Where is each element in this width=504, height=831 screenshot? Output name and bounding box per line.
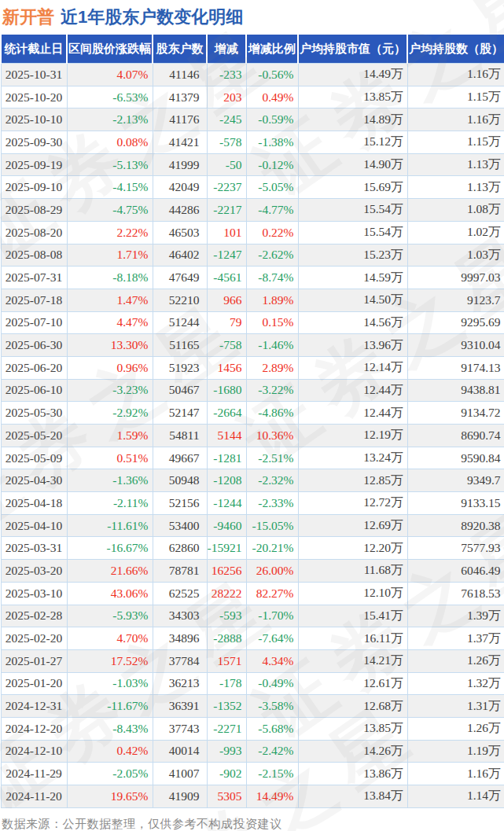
- table-row: 2025-07-31-8.18%47649-4561-8.74%14.59万99…: [1, 267, 504, 289]
- cell-avg-shares: 9134.72: [407, 402, 504, 425]
- cell-delta-pct: -7.64%: [246, 627, 298, 650]
- cell-delta: -178: [207, 672, 246, 695]
- cell-change-pct: -2.92%: [67, 402, 153, 425]
- cell-delta-pct: -2.62%: [246, 244, 298, 267]
- cell-date: 2025-01-27: [1, 649, 67, 672]
- cell-delta: -902: [207, 763, 246, 785]
- cell-holders: 37784: [153, 649, 207, 672]
- cell-change-pct: 4.70%: [67, 627, 153, 650]
- cell-holders: 46402: [153, 244, 207, 267]
- table-row: 2025-10-314.07%41146-233-0.56%14.49万1.16…: [1, 64, 504, 86]
- table-header: 统计截止日 区间股价涨跌幅 股东户数 增减 增减比例 户均持股市值（元） 户均持…: [1, 34, 504, 64]
- cell-date: 2025-09-30: [1, 131, 67, 154]
- cell-delta-pct: -0.59%: [246, 108, 298, 131]
- cell-avg-value: 12.19万: [298, 425, 407, 447]
- cell-avg-value: 11.68万: [298, 560, 407, 583]
- cell-delta-pct: -20.21%: [246, 537, 298, 560]
- cell-delta: -245: [207, 108, 246, 131]
- table-row: 2025-08-081.71%46402-1247-2.62%15.23万1.0…: [1, 244, 504, 267]
- cell-change-pct: 4.07%: [67, 64, 153, 86]
- cell-holders: 49667: [153, 447, 207, 469]
- cell-delta: -593: [207, 605, 246, 627]
- page-title-text: 近1年股东户数变化明细: [61, 7, 243, 27]
- cell-avg-shares: 1.02万: [407, 221, 504, 244]
- cell-change-pct: -4.15%: [67, 176, 153, 199]
- table-row: 2025-03-1043.06%625252822282.27%12.10万76…: [1, 582, 504, 605]
- cell-delta-pct: -4.77%: [246, 199, 298, 222]
- table-row: 2025-04-30-1.36%50948-1208-2.32%12.85万93…: [1, 469, 504, 492]
- cell-holders: 41379: [153, 86, 207, 108]
- cell-avg-shares: 6046.49: [407, 560, 504, 583]
- table-body: 2025-10-314.07%41146-233-0.56%14.49万1.16…: [1, 64, 504, 808]
- cell-delta: -993: [207, 740, 246, 763]
- cell-delta-pct: -2.15%: [246, 763, 298, 785]
- cell-holders: 51923: [153, 356, 207, 379]
- cell-avg-shares: 9310.04: [407, 334, 504, 357]
- cell-delta: -758: [207, 334, 246, 357]
- cell-delta: -1352: [207, 695, 246, 718]
- table-row: 2025-07-181.47%522109661.89%14.50万9123.7: [1, 289, 504, 311]
- cell-avg-shares: 1.13万: [407, 176, 504, 199]
- cell-avg-value: 12.61万: [298, 672, 407, 695]
- cell-holders: 52147: [153, 402, 207, 425]
- cell-delta-pct: -1.70%: [246, 605, 298, 627]
- cell-delta: -578: [207, 131, 246, 154]
- cell-holders: 41421: [153, 131, 207, 154]
- cell-delta-pct: 1.89%: [246, 289, 298, 311]
- cell-delta-pct: -1.46%: [246, 334, 298, 357]
- cell-delta: -233: [207, 64, 246, 86]
- table-row: 2025-02-204.70%34896-2888-7.64%16.11万1.3…: [1, 627, 504, 650]
- cell-delta-pct: 14.49%: [246, 785, 298, 808]
- cell-avg-value: 13.84万: [298, 785, 407, 808]
- table-row: 2025-09-10-4.15%42049-2237-5.05%15.69万1.…: [1, 176, 504, 199]
- cell-avg-shares: 9997.03: [407, 267, 504, 289]
- table-row: 2025-05-201.59%54811514410.36%12.19万8690…: [1, 425, 504, 447]
- data-source-note: 数据来源：公开数据整理，仅供参考不构成投资建议: [0, 817, 504, 831]
- cell-date: 2025-03-10: [1, 582, 67, 605]
- col-header-delta: 增减: [207, 34, 246, 64]
- cell-holders: 36391: [153, 695, 207, 718]
- col-header-date: 统计截止日: [1, 34, 67, 64]
- cell-date: 2025-10-10: [1, 108, 67, 131]
- col-header-avg-value: 户均持股市值（元）: [298, 34, 407, 64]
- cell-avg-shares: 1.26万: [407, 717, 504, 740]
- cell-holders: 37743: [153, 717, 207, 740]
- cell-holders: 47649: [153, 267, 207, 289]
- table-row: 2025-03-31-16.67%62860-15921-20.21%12.20…: [1, 537, 504, 560]
- cell-holders: 62525: [153, 582, 207, 605]
- cell-avg-shares: 9123.7: [407, 289, 504, 311]
- cell-date: 2025-08-08: [1, 244, 67, 267]
- cell-avg-shares: 1.19万: [407, 740, 504, 763]
- cell-avg-value: 12.44万: [298, 379, 407, 402]
- cell-change-pct: -2.05%: [67, 763, 153, 785]
- cell-delta-pct: -4.86%: [246, 402, 298, 425]
- cell-avg-shares: 9438.81: [407, 379, 504, 402]
- cell-date: 2025-06-10: [1, 379, 67, 402]
- cell-delta-pct: -3.22%: [246, 379, 298, 402]
- cell-delta: -1281: [207, 447, 246, 469]
- table-row: 2025-08-29-4.75%44286-2217-4.77%15.54万1.…: [1, 199, 504, 222]
- cell-holders: 53400: [153, 514, 207, 537]
- cell-date: 2025-01-20: [1, 672, 67, 695]
- table-row: 2025-10-20-6.53%413792030.49%13.85万1.15万: [1, 86, 504, 108]
- cell-avg-value: 15.12万: [298, 131, 407, 154]
- cell-delta-pct: -0.56%: [246, 64, 298, 86]
- cell-date: 2025-03-20: [1, 560, 67, 583]
- table-row: 2025-03-2021.66%787811625626.00%11.68万60…: [1, 560, 504, 583]
- table-row: 2024-11-29-2.05%41007-902-2.15%13.86万1.1…: [1, 763, 504, 785]
- cell-delta: -1244: [207, 492, 246, 515]
- cell-change-pct: 17.52%: [67, 649, 153, 672]
- col-header-change-pct: 区间股价涨跌幅: [67, 34, 153, 64]
- cell-date: 2025-06-20: [1, 356, 67, 379]
- cell-delta-pct: -5.68%: [246, 717, 298, 740]
- cell-date: 2025-04-10: [1, 514, 67, 537]
- cell-date: 2025-08-29: [1, 199, 67, 222]
- cell-delta: -2237: [207, 176, 246, 199]
- cell-delta-pct: -3.58%: [246, 695, 298, 718]
- cell-delta: 966: [207, 289, 246, 311]
- cell-avg-shares: 1.15万: [407, 86, 504, 108]
- cell-avg-value: 12.69万: [298, 514, 407, 537]
- cell-holders: 51165: [153, 334, 207, 357]
- cell-avg-shares: 9590.84: [407, 447, 504, 469]
- cell-holders: 62860: [153, 537, 207, 560]
